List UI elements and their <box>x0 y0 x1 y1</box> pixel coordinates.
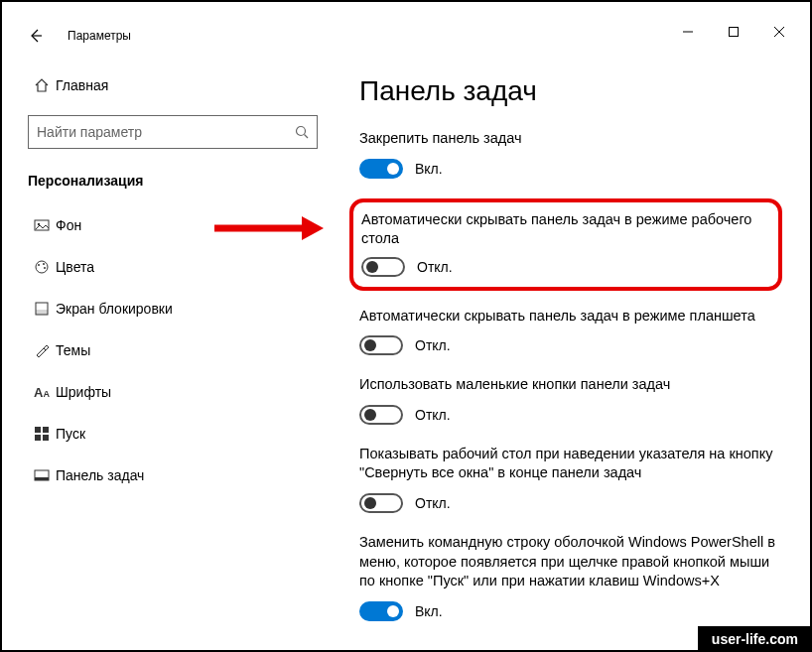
settings-window: Параметры Главная Найти параметр Персона… <box>12 16 802 637</box>
toggle-autohide-tablet[interactable] <box>359 335 403 355</box>
setting-powershell: Заменить командную строку оболочкой Wind… <box>359 533 782 621</box>
home-link[interactable]: Главная <box>28 65 330 105</box>
sidebar-item-background[interactable]: Фон <box>28 204 330 246</box>
svg-point-10 <box>43 263 45 265</box>
close-button[interactable] <box>756 16 802 48</box>
svg-rect-19 <box>35 477 49 480</box>
sidebar-item-taskbar[interactable]: Панель задач <box>28 455 330 496</box>
svg-rect-17 <box>43 435 49 441</box>
setting-label: Использовать маленькие кнопки панели зад… <box>359 375 782 395</box>
content-panel: Панель задач Закрепить панель задач Вкл.… <box>330 56 802 637</box>
palette-icon <box>28 259 56 275</box>
back-button[interactable] <box>22 22 50 50</box>
page-title: Панель задач <box>359 75 782 107</box>
sidebar-item-label: Шрифты <box>56 384 111 400</box>
toggle-state: Откл. <box>415 495 451 511</box>
picture-icon <box>28 217 56 233</box>
setting-label: Закрепить панель задач <box>359 129 782 149</box>
watermark: user-life.com <box>698 626 812 652</box>
search-icon <box>295 125 309 139</box>
sidebar-item-themes[interactable]: Темы <box>28 329 330 371</box>
toggle-lock-taskbar[interactable] <box>359 159 403 179</box>
svg-rect-15 <box>43 427 49 433</box>
svg-point-4 <box>297 127 306 136</box>
setting-label: Заменить командную строку оболочкой Wind… <box>359 533 782 591</box>
svg-rect-1 <box>730 28 739 37</box>
nav-list: Фон Цвета Экран блокировки Темы AA Шрифт… <box>28 204 330 496</box>
taskbar-icon <box>28 467 56 483</box>
setting-label: Автоматически скрывать панель задач в ре… <box>359 307 782 326</box>
svg-point-8 <box>36 261 48 273</box>
sidebar-item-label: Панель задач <box>56 467 144 483</box>
toggle-state: Откл. <box>415 407 451 423</box>
home-label: Главная <box>56 77 108 93</box>
search-placeholder: Найти параметр <box>37 124 295 140</box>
window-body: Главная Найти параметр Персонализация Фо… <box>12 56 802 637</box>
toggle-peek-desktop[interactable] <box>359 493 403 513</box>
setting-peek-desktop: Показывать рабочий стол при наведении ук… <box>359 445 782 513</box>
sidebar-item-label: Цвета <box>56 259 94 275</box>
highlighted-setting: Автоматически скрывать панель задач в ре… <box>349 198 782 291</box>
sidebar-item-label: Темы <box>56 342 90 358</box>
sidebar-item-fonts[interactable]: AA Шрифты <box>28 371 330 413</box>
sidebar-item-label: Фон <box>56 217 81 233</box>
svg-rect-14 <box>35 427 41 433</box>
toggle-state: Откл. <box>417 259 453 275</box>
svg-point-11 <box>44 267 46 269</box>
svg-rect-13 <box>36 310 48 315</box>
toggle-state: Откл. <box>415 337 451 353</box>
themes-icon <box>28 342 56 358</box>
sidebar-item-lockscreen[interactable]: Экран блокировки <box>28 288 330 329</box>
sidebar-item-colors[interactable]: Цвета <box>28 246 330 288</box>
setting-lock-taskbar: Закрепить панель задач Вкл. <box>359 129 782 179</box>
setting-label: Показывать рабочий стол при наведении ук… <box>359 445 782 483</box>
start-icon <box>28 427 56 441</box>
minimize-button[interactable] <box>665 16 711 48</box>
svg-point-9 <box>38 264 40 266</box>
setting-small-buttons: Использовать маленькие кнопки панели зад… <box>359 375 782 425</box>
toggle-powershell[interactable] <box>359 601 403 621</box>
toggle-autohide-desktop[interactable] <box>361 257 405 277</box>
lockscreen-icon <box>28 301 56 317</box>
svg-line-5 <box>305 135 309 139</box>
toggle-small-buttons[interactable] <box>359 405 403 425</box>
setting-autohide-tablet: Автоматически скрывать панель задач в ре… <box>359 307 782 356</box>
sidebar-item-start[interactable]: Пуск <box>28 413 330 455</box>
section-label: Персонализация <box>28 173 330 189</box>
toggle-state: Вкл. <box>415 161 443 177</box>
home-icon <box>28 77 56 93</box>
window-controls <box>665 16 802 48</box>
svg-rect-16 <box>35 435 41 441</box>
titlebar: Параметры <box>12 16 802 56</box>
setting-label: Автоматически скрывать панель задач в ре… <box>361 210 766 249</box>
maximize-button[interactable] <box>711 16 756 48</box>
window-title: Параметры <box>68 29 131 43</box>
toggle-state: Вкл. <box>415 603 443 619</box>
sidebar-item-label: Экран блокировки <box>56 301 173 317</box>
fonts-icon: AA <box>28 385 56 400</box>
sidebar: Главная Найти параметр Персонализация Фо… <box>12 56 330 637</box>
sidebar-item-label: Пуск <box>56 426 85 442</box>
search-input[interactable]: Найти параметр <box>28 115 318 149</box>
